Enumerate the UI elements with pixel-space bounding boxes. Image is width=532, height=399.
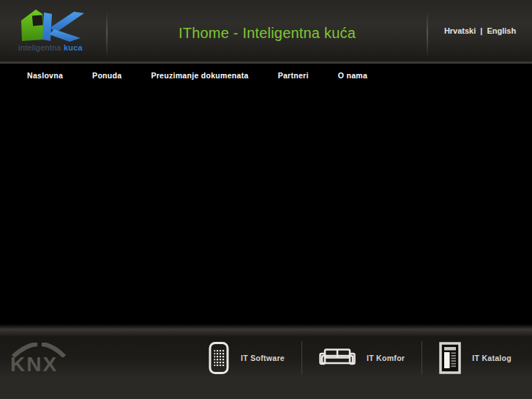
knx-logo: KNX [10, 343, 67, 374]
remote-icon [208, 341, 230, 375]
catalog-icon [439, 342, 461, 374]
nav-item-preuzimanje-dokumenata[interactable]: Preuzimanje dokumenata [151, 71, 248, 80]
nav-item-o-nama[interactable]: O nama [338, 71, 367, 80]
site-logo[interactable]: inteligentna kuca [0, 0, 106, 61]
language-hrvatski-link[interactable]: Hrvatski [444, 26, 476, 35]
footer-item-it-katalog[interactable]: IT Katalog [439, 342, 512, 374]
footer-item-label: IT Komfor [367, 354, 405, 362]
logo-tagline: inteligentna kuca [18, 43, 106, 53]
logo-word-kuca: kuca [64, 43, 83, 52]
page-root: inteligentna kuca IThome - Inteligentna … [0, 0, 532, 399]
language-separator: | [480, 26, 482, 35]
main-nav: Naslovna Ponuda Preuzimanje dokumenata P… [0, 64, 532, 86]
language-switcher: Hrvatski | English [428, 0, 532, 61]
footer-divider [301, 341, 302, 375]
sofa-icon [319, 346, 356, 370]
nav-item-ponuda[interactable]: Ponuda [92, 71, 121, 80]
footer: KNX IT Software [0, 324, 532, 399]
footer-item-it-komfor[interactable]: IT Komfor [319, 346, 405, 370]
language-english-link[interactable]: English [487, 26, 516, 35]
knx-logo-text: KNX [10, 355, 67, 374]
nav-item-naslovna[interactable]: Naslovna [27, 71, 63, 80]
footer-item-it-software[interactable]: IT Software [208, 341, 285, 375]
logo-icon [18, 8, 86, 42]
page-title: IThome - Inteligentna kuća [179, 20, 356, 42]
footer-shortcuts: IT Software IT Komfor [208, 341, 512, 375]
nav-item-partneri[interactable]: Partneri [278, 71, 309, 80]
content-area [0, 86, 532, 324]
footer-item-label: IT Katalog [472, 354, 512, 362]
footer-divider [422, 341, 422, 375]
footer-item-label: IT Software [241, 354, 285, 362]
logo-word-inteligentna: inteligentna [18, 43, 61, 52]
title-block: IThome - Inteligentna kuća [108, 0, 427, 61]
header: inteligentna kuca IThome - Inteligentna … [0, 0, 532, 64]
